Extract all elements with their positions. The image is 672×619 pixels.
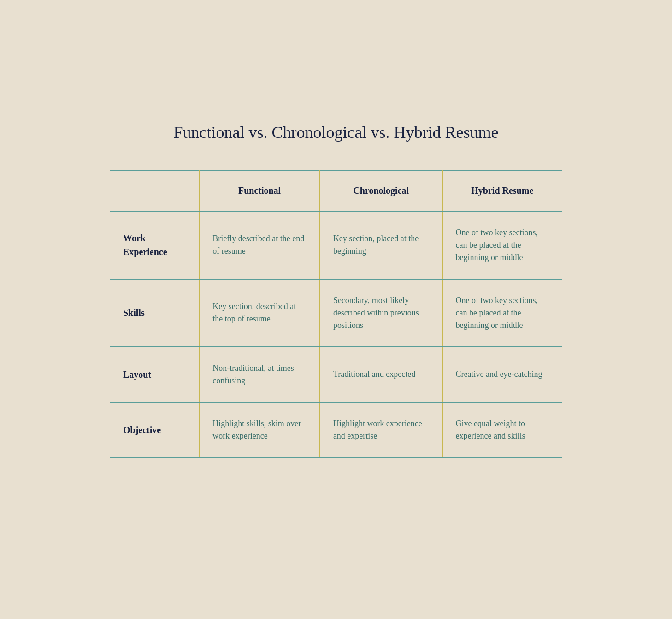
cell-chronological: Key section, placed at the beginning [320, 211, 442, 279]
table-row: LayoutNon-traditional, at times confusin… [110, 347, 562, 402]
cell-functional: Non-traditional, at times confusing [199, 347, 320, 402]
table-header-row: Functional Chronological Hybrid Resume [110, 170, 562, 211]
row-label: Layout [110, 347, 199, 402]
row-label: Skills [110, 279, 199, 347]
cell-chronological: Highlight work experience and expertise [320, 402, 442, 458]
cell-chronological: Secondary, most likely described within … [320, 279, 442, 347]
cell-chronological: Traditional and expected [320, 347, 442, 402]
cell-functional: Key section, described at the top of res… [199, 279, 320, 347]
cell-functional: Briefly described at the end of resume [199, 211, 320, 279]
comparison-table: Functional Chronological Hybrid Resume W… [110, 170, 562, 488]
cell-hybrid: One of two key sections, can be placed a… [442, 279, 562, 347]
table-row: SkillsKey section, described at the top … [110, 279, 562, 347]
row-label: Work Experience [110, 211, 199, 279]
table-row: ObjectiveHighlight skills, skim over wor… [110, 402, 562, 458]
main-container: Functional vs. Chronological vs. Hybrid … [83, 95, 589, 524]
header-col-functional: Functional [199, 170, 320, 211]
cell-functional: Highlight skills, skim over work experie… [199, 402, 320, 458]
cell-hybrid: Give equal weight to experience and skil… [442, 402, 562, 458]
header-col-row-label [110, 170, 199, 211]
cell-hybrid: Creative and eye-catching [442, 347, 562, 402]
row-label: Objective [110, 402, 199, 458]
header-col-hybrid: Hybrid Resume [442, 170, 562, 211]
table-row: Work ExperienceBriefly described at the … [110, 211, 562, 279]
cell-hybrid: One of two key sections, can be placed a… [442, 211, 562, 279]
empty-row [110, 458, 562, 488]
header-col-chronological: Chronological [320, 170, 442, 211]
page-title: Functional vs. Chronological vs. Hybrid … [110, 123, 562, 142]
